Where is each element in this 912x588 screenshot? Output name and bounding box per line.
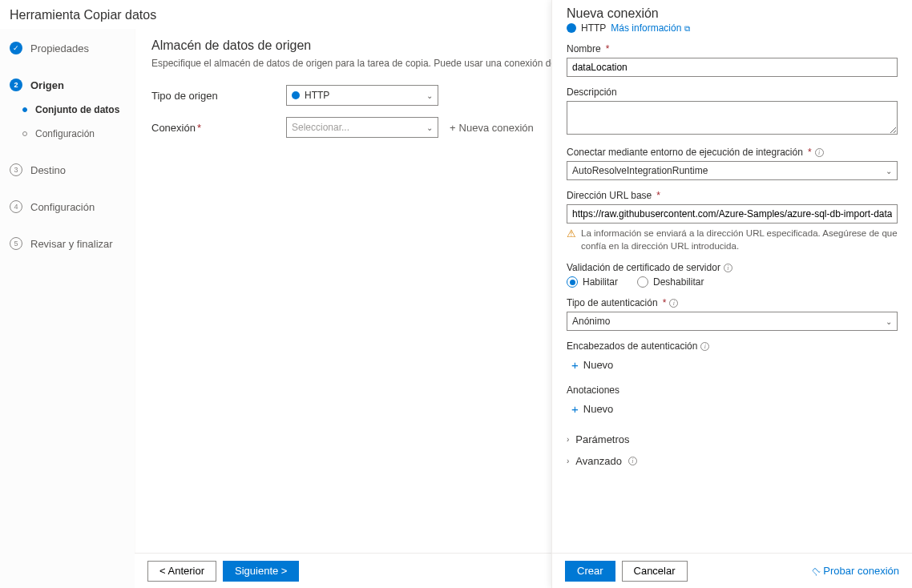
plus-icon: +: [571, 402, 579, 416]
panel-title: Nueva conexión: [567, 6, 898, 21]
step-source[interactable]: 2 Origen: [0, 72, 135, 98]
chevron-down-icon: ⌄: [426, 123, 433, 132]
test-connection-link[interactable]: ⎍ Probar conexión: [813, 565, 899, 577]
substep-dataset[interactable]: Conjunto de datos: [0, 98, 135, 122]
source-type-value: HTTP: [305, 90, 329, 101]
annotations-label: Anotaciones: [567, 385, 898, 396]
plug-icon: ⎍: [809, 564, 822, 577]
connection-label: Conexión*: [151, 122, 286, 134]
cert-enable-radio[interactable]: Habilitar: [567, 276, 618, 288]
prev-button[interactable]: < Anterior: [147, 561, 216, 582]
substep-configuration[interactable]: Configuración: [0, 122, 135, 146]
bullet-icon: [22, 131, 27, 136]
step-config[interactable]: 4 Configuración: [0, 194, 135, 219]
radio-unchecked-icon: [637, 276, 648, 288]
info-icon[interactable]: i: [724, 264, 732, 272]
next-button[interactable]: Siguiente >: [223, 561, 299, 582]
auth-type-label: Tipo de autenticación* i: [567, 297, 898, 308]
name-input[interactable]: [567, 58, 898, 77]
runtime-label: Conectar mediante entorno de ejecución d…: [567, 147, 898, 158]
chevron-down-icon: ⌄: [886, 167, 892, 175]
connection-placeholder: Seleccionar...: [292, 122, 349, 133]
step-destination[interactable]: 3 Destino: [0, 157, 135, 183]
plus-icon: +: [450, 122, 456, 134]
step-label: Configuración: [35, 128, 95, 139]
external-link-icon: ⧉: [684, 24, 690, 33]
description-label: Descripción: [567, 87, 898, 98]
cert-label: Validación de certificado de servidor i: [567, 262, 898, 273]
bullet-icon: [22, 107, 27, 112]
warning-icon: ⚠: [567, 227, 576, 252]
step-number-icon: 4: [10, 200, 22, 213]
radio-checked-icon: [567, 276, 578, 288]
info-icon[interactable]: i: [669, 299, 678, 308]
info-icon[interactable]: i: [700, 342, 709, 351]
runtime-select[interactable]: AutoResolveIntegrationRuntime ⌄: [567, 161, 898, 180]
step-properties[interactable]: ✓ Propiedades: [0, 35, 135, 61]
step-label: Propiedades: [30, 42, 89, 54]
http-icon: [567, 23, 576, 33]
url-warning-text: La información se enviará a la dirección…: [581, 227, 898, 252]
base-url-input[interactable]: [567, 204, 898, 224]
add-annotation-button[interactable]: + Nuevo: [567, 399, 898, 419]
step-number-icon: 5: [10, 237, 22, 250]
wizard-sidebar: ✓ Propiedades 2 Origen Conjunto de datos…: [0, 29, 135, 588]
step-label: Configuración: [30, 201, 95, 213]
advanced-expander[interactable]: › Avanzado i: [567, 450, 898, 472]
panel-footer: Crear Cancelar ⎍ Probar conexión: [552, 553, 912, 588]
info-icon[interactable]: i: [815, 148, 824, 157]
panel-type: HTTP: [581, 22, 606, 34]
new-connection-link[interactable]: + Nueva conexión: [450, 122, 534, 134]
step-review[interactable]: 5 Revisar y finalizar: [0, 231, 135, 256]
info-icon: i: [628, 457, 637, 465]
new-connection-panel: Nueva conexión HTTP Más información ⧉ No…: [551, 0, 912, 588]
cancel-button[interactable]: Cancelar: [622, 561, 688, 582]
chevron-right-icon: ›: [567, 457, 569, 465]
step-label: Destino: [30, 164, 66, 176]
chevron-right-icon: ›: [567, 435, 569, 444]
step-label: Revisar y finalizar: [30, 238, 113, 250]
description-textarea[interactable]: [567, 101, 898, 135]
base-url-label: Dirección URL base*: [567, 190, 898, 201]
chevron-down-icon: ⌄: [886, 317, 892, 326]
step-number-icon: 2: [10, 79, 22, 91]
plus-icon: +: [571, 358, 579, 372]
more-info-link[interactable]: Más información ⧉: [611, 22, 689, 34]
connection-dropdown[interactable]: Seleccionar... ⌄: [286, 117, 438, 138]
chevron-down-icon: ⌄: [426, 91, 433, 100]
auth-type-select[interactable]: Anónimo ⌄: [567, 312, 898, 331]
source-type-dropdown[interactable]: HTTP ⌄: [286, 85, 438, 106]
step-number-icon: 3: [10, 163, 22, 176]
check-icon: ✓: [10, 42, 22, 54]
parameters-expander[interactable]: › Parámetros: [567, 429, 898, 450]
name-label: Nombre*: [567, 43, 898, 54]
http-icon: [292, 91, 300, 99]
create-button[interactable]: Crear: [565, 561, 615, 582]
add-auth-header-button[interactable]: + Nuevo: [567, 355, 898, 375]
cert-disable-radio[interactable]: Deshabilitar: [637, 276, 704, 288]
step-label: Conjunto de datos: [35, 104, 119, 115]
auth-headers-label: Encabezados de autenticación i: [567, 340, 898, 352]
step-label: Origen: [30, 79, 64, 91]
source-type-label: Tipo de origen: [151, 90, 286, 102]
